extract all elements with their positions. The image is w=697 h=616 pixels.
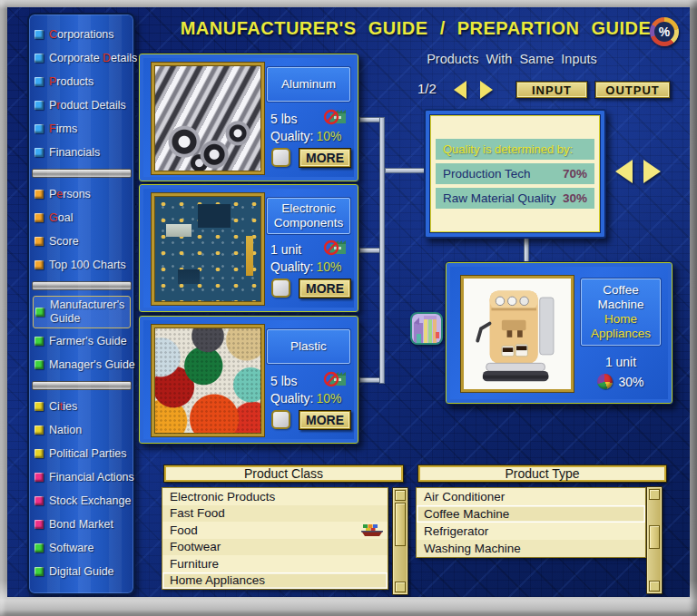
list-item[interactable]: Air Conditioner xyxy=(417,488,645,505)
list-item-label: Air Conditioner xyxy=(424,490,505,504)
scroll-down-button[interactable] xyxy=(395,582,406,592)
bullet-square-icon xyxy=(34,402,44,411)
sidebar-item[interactable]: Manager's Guide xyxy=(34,353,129,376)
bullet-square-icon xyxy=(34,496,44,505)
sidebar-item[interactable]: Financials xyxy=(34,141,129,164)
scroll-thumb[interactable] xyxy=(649,525,660,549)
quality-text: Quality:10% xyxy=(270,259,342,274)
sidebar-item-label: Farmer's Guide xyxy=(49,335,127,347)
list-item-label: Footwear xyxy=(170,540,221,553)
list-item[interactable]: Washing Machine xyxy=(417,540,645,557)
sidebar-item[interactable]: Score xyxy=(34,230,129,253)
connector-line xyxy=(524,237,529,263)
product-image xyxy=(152,325,264,436)
sidebar-item-label: Financials xyxy=(49,146,100,159)
no-factory-icon xyxy=(323,107,347,125)
list-item[interactable]: Home Appliances xyxy=(162,572,388,590)
sidebar-item-label: Financial Actions xyxy=(49,471,134,484)
factory-icon[interactable] xyxy=(410,312,443,345)
sidebar-item-label: Products xyxy=(49,75,93,88)
sidebar-item[interactable]: Product Details xyxy=(34,93,129,117)
scroll-thumb[interactable] xyxy=(395,503,406,546)
sidebar-item-label: Goal xyxy=(49,211,73,224)
sidebar-item[interactable]: Digital Guide xyxy=(34,560,129,583)
sidebar-item[interactable]: Farmer's Guide xyxy=(34,329,129,353)
no-factory-icon xyxy=(323,369,347,387)
list-item-label: Fast Food xyxy=(170,506,225,520)
quantity-label: 1 unit xyxy=(270,242,301,257)
output-quantity: 1 unit xyxy=(581,355,661,369)
output-name-button[interactable]: Coffee Machine Home Appliances xyxy=(581,279,661,346)
list-item[interactable]: Refrigerator xyxy=(417,523,645,540)
percent-badge-icon[interactable]: % xyxy=(650,17,679,46)
select-checkbox[interactable] xyxy=(271,148,290,167)
sidebar-item[interactable]: Political Parties xyxy=(34,442,129,465)
more-button[interactable]: MORE xyxy=(299,410,351,430)
output-button[interactable]: OUTPUT xyxy=(594,81,671,99)
input-button[interactable]: INPUT xyxy=(515,81,588,99)
next-product-arrow[interactable] xyxy=(643,160,661,183)
select-checkbox[interactable] xyxy=(271,410,290,429)
bullet-square-icon xyxy=(34,30,44,39)
sidebar-item[interactable]: Software xyxy=(34,536,129,560)
sidebar-item-label: Cities xyxy=(49,400,77,413)
sidebar-item[interactable]: Corporations xyxy=(34,23,129,46)
list-item-label: Home Appliances xyxy=(170,573,265,587)
quality-text: Quality:10% xyxy=(270,391,342,406)
list-item[interactable]: Furniture xyxy=(162,555,388,572)
list-item[interactable]: Food xyxy=(162,522,388,539)
product-image xyxy=(152,193,264,305)
more-button[interactable]: MORE xyxy=(299,279,351,298)
sidebar-item[interactable]: Corporate Details xyxy=(34,46,129,70)
scroll-up-button[interactable] xyxy=(649,489,660,500)
input-product-card: Aluminum 5 lbs Quality:10% MORE xyxy=(138,53,359,182)
bullet-square-icon xyxy=(34,190,44,199)
sidebar-item[interactable]: Firms xyxy=(34,117,129,141)
sidebar-item[interactable]: Manufacturer's Guide xyxy=(33,296,131,328)
product-type-header: Product Type xyxy=(417,464,667,483)
quality-factor-row: Production Tech70% xyxy=(436,163,594,184)
input-product-card: Electronic Components 1 unit Quality:10%… xyxy=(138,183,359,313)
bullet-square-icon xyxy=(34,213,44,222)
list-item-label: Washing Machine xyxy=(424,542,521,555)
scroll-up-button[interactable] xyxy=(395,490,406,501)
sidebar-item[interactable]: Financial Actions xyxy=(34,465,129,489)
sidebar-item[interactable]: Products xyxy=(34,70,129,93)
product-name-button[interactable]: Electronic Components xyxy=(267,198,350,234)
sidebar-item-label: Manager's Guide xyxy=(49,358,135,371)
list-item[interactable]: Footwear xyxy=(162,539,388,556)
sidebar-item[interactable]: Cities xyxy=(34,395,129,418)
list-item[interactable]: Electronic Products xyxy=(162,488,388,505)
output-product-card: Coffee Machine Home Appliances 1 unit 30… xyxy=(445,261,673,405)
list-item[interactable]: Coffee Machine xyxy=(417,505,645,523)
product-name-button[interactable]: Plastic xyxy=(267,329,350,364)
sidebar-item-label: Firms xyxy=(49,122,77,135)
cargo-ship-icon xyxy=(360,523,384,538)
product-class-scrollbar[interactable] xyxy=(392,487,408,595)
subtitle: Products With Same Inputs xyxy=(370,52,653,66)
sidebar-divider xyxy=(32,169,132,178)
product-name-button[interactable]: Aluminum xyxy=(267,67,350,102)
prev-product-arrow[interactable] xyxy=(615,160,633,183)
select-checkbox[interactable] xyxy=(271,279,290,298)
more-button[interactable]: MORE xyxy=(299,148,351,168)
sidebar-item[interactable]: Top 100 Charts xyxy=(34,253,129,277)
sidebar-item[interactable]: Persons xyxy=(34,182,129,206)
bullet-square-icon xyxy=(34,337,44,346)
quality-factor-row: Raw Material Quality30% xyxy=(436,188,594,209)
bullet-square-icon xyxy=(34,449,44,458)
sidebar-item[interactable]: Goal xyxy=(34,206,129,230)
product-type-scrollbar[interactable] xyxy=(646,486,663,594)
prev-page-arrow[interactable] xyxy=(454,81,466,99)
list-item[interactable]: Fast Food xyxy=(162,505,388,523)
next-page-arrow[interactable] xyxy=(480,81,493,99)
sidebar-item[interactable]: Stock Exchange xyxy=(34,489,129,513)
quality-globe-icon xyxy=(597,374,613,389)
sidebar-item[interactable]: Bond Market xyxy=(34,513,129,536)
list-item-label: Food xyxy=(170,523,198,537)
scroll-down-button[interactable] xyxy=(649,581,660,592)
sidebar-item-label: Software xyxy=(49,542,93,554)
bullet-square-icon xyxy=(34,54,44,63)
sidebar-item[interactable]: Nation xyxy=(34,418,129,442)
sidebar-menu: Corporations Corporate Details Products … xyxy=(27,13,135,595)
